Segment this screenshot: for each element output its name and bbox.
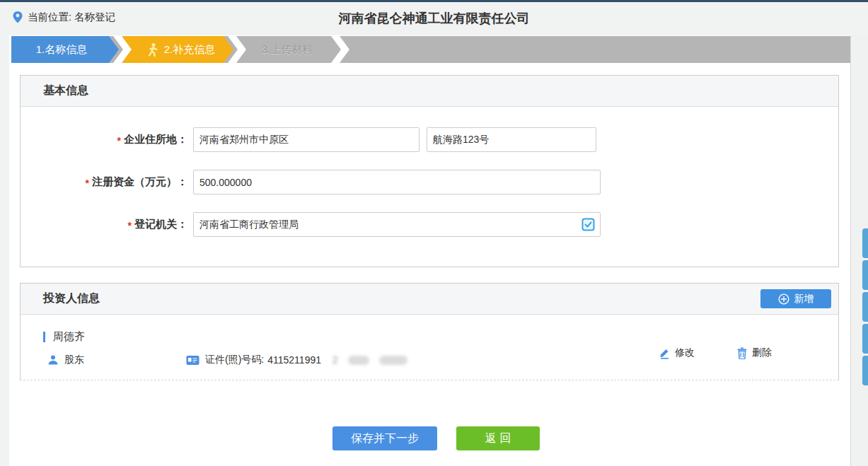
investor-header: 投资人信息 新增 — [21, 284, 838, 315]
floating-side-tabs — [862, 228, 868, 388]
pencil-icon — [659, 347, 671, 359]
wizard-step-label: 3.上传材料 — [262, 43, 313, 57]
registration-page: 当前位置: 名称登记 河南省昆仑神通工业有限责任公司 1.名称信息 2.补充信息… — [0, 0, 868, 466]
wizard-step-label: 2.补充信息 — [164, 43, 216, 57]
side-tab[interactable] — [862, 260, 868, 290]
investor-id: 证件(照)号码: 4115211991 2 — [186, 354, 407, 366]
modify-investor-link[interactable]: 修改 — [659, 346, 695, 359]
wizard-step-label: 1.名称信息 — [36, 43, 88, 57]
address-label: *企业住所地： — [21, 133, 187, 146]
save-and-next-button[interactable]: 保存并下一步 — [332, 426, 437, 450]
investor-name: 周德齐 — [53, 330, 85, 344]
authority-select-checkbox-icon[interactable] — [581, 218, 595, 231]
basic-info-title: 基本信息 — [43, 83, 88, 98]
required-mark: * — [86, 177, 89, 189]
trash-icon — [736, 347, 748, 359]
circle-plus-icon — [778, 293, 789, 305]
id-card-icon — [186, 355, 199, 366]
side-tab[interactable] — [862, 292, 868, 322]
modify-label: 修改 — [675, 346, 695, 359]
basic-info-panel: 基本信息 *企业住所地： *注册资金（万元）： *登记机关： — [20, 75, 839, 267]
wizard-step-name-info[interactable]: 1.名称信息 — [11, 36, 119, 63]
walking-person-icon — [146, 42, 159, 57]
delete-label: 删除 — [752, 346, 772, 359]
address-region-input[interactable] — [193, 127, 419, 152]
investor-panel: 投资人信息 新增 周德齐 股东 证件(照)号码: 4115211991 2 — [20, 283, 839, 380]
add-investor-button[interactable]: 新增 — [760, 289, 831, 308]
person-icon — [47, 354, 59, 366]
step-wizard: 1.名称信息 2.补充信息 3.上传材料 — [11, 36, 850, 63]
id-number-label: 证件(照)号码: — [205, 354, 264, 366]
investor-role: 股东 — [47, 354, 84, 366]
authority-input-wrap — [193, 212, 601, 237]
form-row-capital: *注册资金（万元）： — [21, 170, 838, 194]
wizard-step-supplement-info[interactable]: 2.补充信息 — [123, 36, 233, 63]
delete-investor-link[interactable]: 删除 — [736, 346, 772, 359]
add-button-label: 新增 — [794, 293, 814, 305]
address-detail-input[interactable] — [427, 127, 596, 152]
id-number-visible: 4115211991 — [267, 354, 321, 366]
page-title: 河南省昆仑神通工业有限责任公司 — [0, 10, 868, 27]
id-redaction-blob — [348, 356, 369, 365]
side-tab[interactable] — [862, 356, 868, 385]
investor-role-label: 股东 — [64, 354, 84, 366]
registration-authority-input[interactable] — [193, 212, 601, 237]
required-mark: * — [117, 135, 121, 146]
required-mark: * — [128, 220, 132, 231]
basic-info-form: *企业住所地： *注册资金（万元）： *登记机关： — [21, 107, 838, 237]
id-redaction-blob — [379, 356, 407, 365]
back-button[interactable]: 返 回 — [456, 426, 540, 450]
authority-label: *登记机关： — [21, 218, 187, 231]
investor-title: 投资人信息 — [43, 291, 100, 306]
side-tab[interactable] — [862, 228, 868, 258]
wizard-step-upload-materials[interactable]: 3.上传材料 — [238, 36, 337, 63]
left-gutter — [0, 35, 9, 466]
registered-capital-input[interactable] — [193, 170, 601, 194]
form-row-authority: *登记机关： — [21, 212, 838, 237]
basic-info-header: 基本信息 — [21, 76, 838, 107]
side-tab[interactable] — [862, 324, 868, 354]
form-row-address: *企业住所地： — [21, 127, 838, 152]
capital-label: *注册资金（万元）： — [21, 175, 187, 189]
id-number-redacted: 2 — [332, 354, 338, 366]
